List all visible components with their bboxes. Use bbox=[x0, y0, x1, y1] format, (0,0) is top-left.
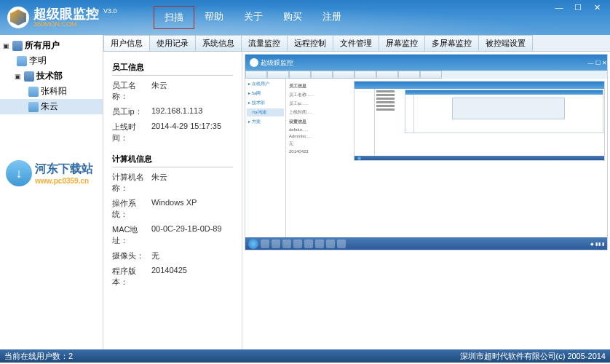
tree-user-liming[interactable]: 李明 bbox=[0, 53, 103, 68]
menu-help[interactable]: 帮助 bbox=[194, 6, 234, 29]
pc-icon bbox=[28, 102, 39, 112]
copyright: 深圳市超时代软件有限公司(c) 2005-2014 bbox=[460, 351, 606, 362]
group-icon bbox=[12, 41, 23, 51]
main-area: ▣ 所有用户 李明 ▣ 技术部 张科阳 朱云 用户信息 使用记录 系统信息 流量… bbox=[0, 35, 610, 349]
info-mac: MAC地址：00-0C-29-1B-0D-89 bbox=[112, 224, 233, 246]
info-camera: 摄像头：无 bbox=[112, 250, 233, 261]
nested-taskbar: ◆ ▮ ▮ ▮ bbox=[245, 237, 607, 250]
app-subtitle: 360MON.COM bbox=[33, 20, 99, 28]
group-icon bbox=[24, 71, 34, 82]
status-bar: 当前在线用户数：2 深圳市超时代软件有限公司(c) 2005-2014 bbox=[0, 349, 610, 363]
tree-root[interactable]: ▣ 所有用户 bbox=[0, 38, 103, 53]
tab-remote-control[interactable]: 远程控制 bbox=[287, 35, 333, 51]
info-version: 程序版本：20140425 bbox=[112, 266, 233, 288]
title-bar: 超级眼监控 360MON.COM V3.0 扫描 帮助 关于 购买 注册 — ☐… bbox=[0, 0, 610, 35]
tab-multi-screen[interactable]: 多屏幕监控 bbox=[424, 35, 479, 51]
app-version: V3.0 bbox=[103, 7, 117, 15]
info-employee-name: 员工名称：朱云 bbox=[112, 80, 233, 102]
tab-user-info[interactable]: 用户信息 bbox=[103, 35, 150, 51]
info-employee-ip: 员工ip：192.168.1.113 bbox=[112, 106, 233, 117]
tab-bar: 用户信息 使用记录 系统信息 流量监控 远程控制 文件管理 屏幕监控 多屏幕监控… bbox=[103, 35, 610, 51]
menu-about[interactable]: 关于 bbox=[234, 6, 273, 29]
tree-dept-tech[interactable]: ▣ 技术部 bbox=[0, 68, 103, 84]
tab-client-settings[interactable]: 被控端设置 bbox=[478, 35, 533, 51]
app-name: 超级眼监控 bbox=[33, 7, 99, 20]
info-online-time: 上线时间：2014-4-29 15:17:35 bbox=[112, 122, 233, 143]
info-pane: 员工信息 员工名称：朱云 员工ip：192.168.1.113 上线时间：201… bbox=[103, 52, 242, 349]
computer-info-header: 计算机信息 bbox=[112, 154, 233, 167]
app-logo bbox=[7, 7, 29, 28]
menu-buy[interactable]: 购买 bbox=[273, 6, 312, 29]
maximize-button[interactable]: ☐ bbox=[569, 1, 587, 13]
panel: 员工信息 员工名称：朱云 员工ip：192.168.1.113 上线时间：201… bbox=[103, 51, 610, 349]
nested-tabs bbox=[245, 71, 607, 79]
nested-titlebar: 超级眼监控 — ☐ ✕ bbox=[245, 55, 607, 71]
close-button[interactable]: ✕ bbox=[588, 1, 606, 13]
tab-screen-monitor[interactable]: 屏幕监控 bbox=[379, 35, 425, 51]
online-user-count: 当前在线用户数：2 bbox=[4, 351, 73, 362]
minimize-button[interactable]: — bbox=[550, 1, 568, 13]
remote-screenshot-pane: 超级眼监控 — ☐ ✕ ▸ 在线用户 ▸ 5a网 ▸ 技术部 ha鸿浦 bbox=[242, 52, 610, 349]
tab-file-manager[interactable]: 文件管理 bbox=[333, 35, 379, 51]
remote-screen-thumbnail[interactable]: 超级眼监控 — ☐ ✕ ▸ 在线用户 ▸ 5a网 ▸ 技术部 ha鸿浦 bbox=[245, 54, 608, 250]
pc-icon bbox=[17, 56, 27, 66]
nested-sidebar: ▸ 在线用户 ▸ 5a网 ▸ 技术部 ha鸿浦 ▸ 方案 bbox=[245, 79, 286, 250]
nested-screenshot bbox=[352, 79, 607, 250]
pc-icon bbox=[28, 87, 39, 97]
tree-user-zhuyun[interactable]: 朱云 bbox=[0, 99, 103, 114]
tab-system-info[interactable]: 系统信息 bbox=[195, 35, 242, 51]
start-button-icon bbox=[248, 239, 258, 249]
info-computer-name: 计算机名称：朱云 bbox=[112, 172, 233, 194]
tab-usage-log[interactable]: 使用记录 bbox=[149, 35, 196, 51]
brand-block: 超级眼监控 360MON.COM bbox=[33, 7, 99, 28]
menu-register[interactable]: 注册 bbox=[312, 6, 352, 29]
window-controls: — ☐ ✕ bbox=[550, 1, 606, 13]
nested-info: 员工信息 员工名称...... 员工ip...... 上线时间..... 设置信… bbox=[286, 79, 352, 250]
collapse-icon[interactable]: ▣ bbox=[15, 73, 22, 80]
menu-scan[interactable]: 扫描 bbox=[154, 6, 194, 29]
main-menu: 扫描 帮助 关于 购买 注册 bbox=[154, 6, 352, 29]
employee-info-header: 员工信息 bbox=[112, 62, 233, 76]
content-area: 用户信息 使用记录 系统信息 流量监控 远程控制 文件管理 屏幕监控 多屏幕监控… bbox=[103, 35, 610, 349]
user-tree-sidebar: ▣ 所有用户 李明 ▣ 技术部 张科阳 朱云 bbox=[0, 35, 103, 349]
tab-traffic[interactable]: 流量监控 bbox=[241, 35, 288, 51]
collapse-icon[interactable]: ▣ bbox=[3, 42, 10, 50]
tree-user-zhangkeyang[interactable]: 张科阳 bbox=[0, 84, 103, 99]
info-os: 操作系统：Windows XP bbox=[112, 198, 233, 220]
